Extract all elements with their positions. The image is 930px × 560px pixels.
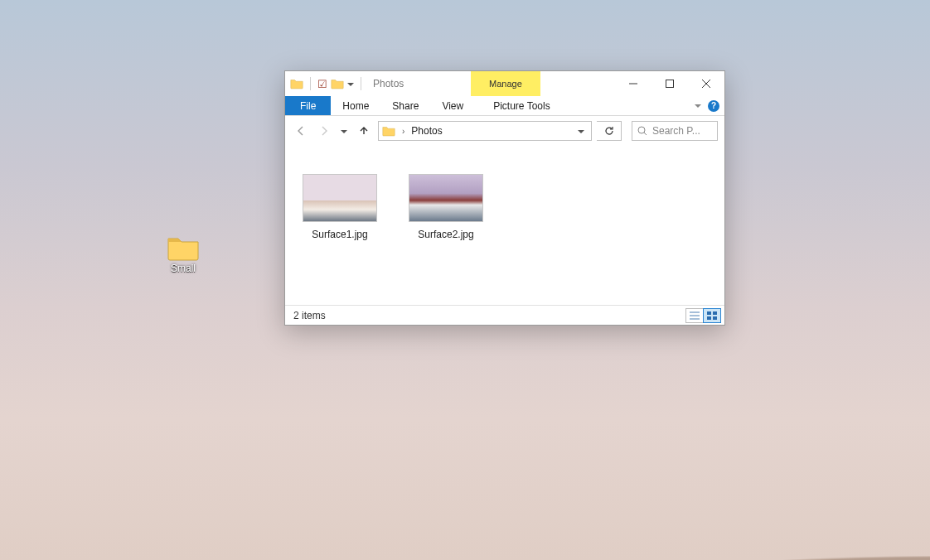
chevron-down-icon bbox=[578, 130, 584, 133]
svg-rect-11 bbox=[707, 316, 711, 320]
view-details-button[interactable] bbox=[685, 308, 704, 323]
tab-share[interactable]: Share bbox=[380, 96, 430, 115]
folder-icon bbox=[167, 234, 200, 261]
desktop-folder-small[interactable]: Small bbox=[152, 234, 215, 274]
minimize-button[interactable] bbox=[615, 71, 651, 96]
file-thumbnail bbox=[409, 174, 483, 222]
folder-icon bbox=[290, 78, 303, 89]
ribbon-expand-icon[interactable] bbox=[695, 104, 701, 108]
status-bar: 2 items bbox=[285, 305, 724, 325]
file-name: Surface2.jpg bbox=[408, 229, 484, 240]
address-bar-row: › Photos Search P... bbox=[285, 116, 724, 146]
file-item[interactable]: Surface2.jpg bbox=[408, 174, 484, 240]
nav-back-button[interactable] bbox=[292, 122, 310, 140]
svg-rect-9 bbox=[707, 311, 711, 315]
maximize-button[interactable] bbox=[651, 71, 688, 96]
details-view-icon bbox=[690, 311, 700, 320]
help-icon[interactable]: ? bbox=[708, 100, 719, 112]
ribbon-tabs: File Home Share View Picture Tools ? bbox=[285, 96, 724, 116]
desktop-wallpaper[interactable]: Small ☑ Photos Mana bbox=[0, 0, 930, 560]
thumbnails-view-icon bbox=[707, 311, 717, 320]
status-item-count: 2 items bbox=[293, 310, 326, 321]
properties-icon[interactable]: ☑ bbox=[317, 78, 327, 90]
svg-line-5 bbox=[644, 133, 647, 135]
contextual-tab-manage[interactable]: Manage bbox=[471, 71, 540, 96]
arrow-up-icon bbox=[358, 125, 370, 137]
refresh-icon bbox=[604, 126, 614, 136]
svg-rect-1 bbox=[666, 80, 674, 88]
search-input[interactable]: Search P... bbox=[632, 121, 718, 141]
tab-view[interactable]: View bbox=[430, 96, 475, 115]
quick-access-toolbar: ☑ bbox=[290, 77, 365, 90]
new-folder-icon[interactable] bbox=[331, 78, 344, 89]
window-title: Photos bbox=[373, 78, 404, 89]
nav-up-button[interactable] bbox=[355, 122, 373, 140]
chevron-down-icon bbox=[341, 130, 347, 133]
file-thumbnail bbox=[303, 174, 377, 222]
address-dropdown[interactable] bbox=[573, 122, 589, 140]
explorer-window[interactable]: ☑ Photos Manage bbox=[284, 70, 725, 326]
tab-file[interactable]: File bbox=[285, 96, 331, 115]
folder-icon bbox=[382, 125, 395, 137]
tab-picture-tools[interactable]: Picture Tools bbox=[482, 96, 561, 115]
view-thumbnails-button[interactable] bbox=[703, 308, 721, 323]
refresh-button[interactable] bbox=[597, 121, 622, 141]
nav-forward-button[interactable] bbox=[315, 122, 333, 140]
svg-rect-10 bbox=[713, 311, 717, 315]
search-placeholder: Search P... bbox=[652, 125, 700, 137]
close-icon bbox=[702, 80, 710, 88]
maximize-icon bbox=[666, 80, 674, 88]
arrow-right-icon bbox=[318, 125, 330, 137]
wallpaper-dune bbox=[0, 444, 930, 560]
search-icon bbox=[637, 126, 647, 136]
titlebar[interactable]: ☑ Photos Manage bbox=[285, 71, 724, 96]
breadcrumb-sep-icon[interactable]: › bbox=[400, 127, 406, 136]
arrow-left-icon bbox=[295, 125, 307, 137]
address-bar[interactable]: › Photos bbox=[378, 121, 592, 141]
svg-point-4 bbox=[638, 127, 645, 133]
breadcrumb-current[interactable]: Photos bbox=[411, 125, 442, 137]
file-item[interactable]: Surface1.jpg bbox=[302, 174, 378, 240]
minimize-icon bbox=[629, 80, 637, 88]
file-name: Surface1.jpg bbox=[302, 229, 378, 240]
close-button[interactable] bbox=[688, 71, 724, 96]
desktop-folder-label: Small bbox=[152, 263, 215, 274]
qat-customize-icon[interactable] bbox=[347, 83, 354, 86]
nav-recent-button[interactable] bbox=[338, 122, 350, 140]
tab-home[interactable]: Home bbox=[331, 96, 380, 115]
file-pane[interactable]: Surface1.jpg Surface2.jpg bbox=[285, 146, 724, 305]
svg-rect-12 bbox=[713, 316, 717, 320]
